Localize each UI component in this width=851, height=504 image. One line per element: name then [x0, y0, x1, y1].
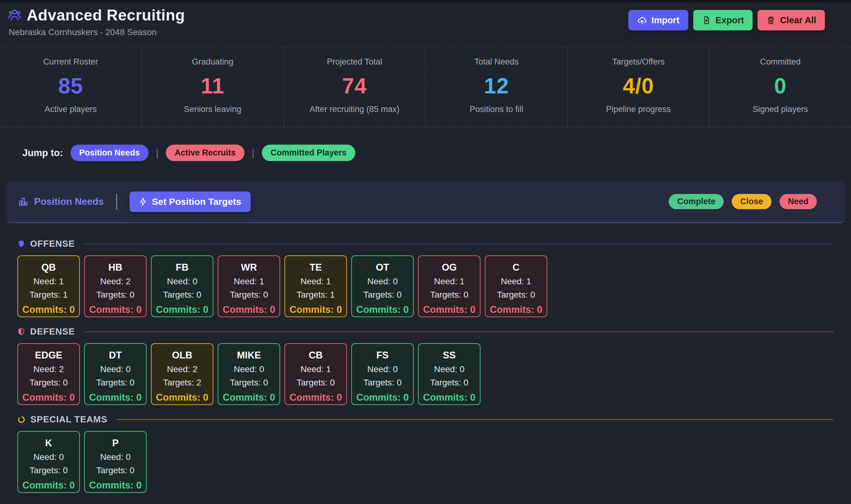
position-need: Need: 0 — [233, 364, 264, 374]
stat-sub: Signed players — [710, 105, 851, 114]
position-card-wr[interactable]: WR Need: 1 Targets: 0 Commits: 0 — [218, 255, 280, 317]
position-targets: Targets: 0 — [497, 290, 535, 300]
set-position-targets-label: Set Position Targets — [152, 196, 241, 207]
position-card-mike[interactable]: MIKE Need: 0 Targets: 0 Commits: 0 — [218, 343, 280, 405]
position-card-hb[interactable]: HB Need: 2 Targets: 0 Commits: 0 — [84, 255, 146, 317]
jump-to-label: Jump to: — [22, 147, 63, 159]
bolt-icon — [139, 197, 147, 206]
stat-targets-offers: Targets/Offers 4/0 Pipeline progress — [567, 47, 709, 127]
position-commits: Commits: 0 — [223, 304, 275, 315]
cloud-upload-icon — [637, 15, 647, 25]
position-targets: Targets: 0 — [30, 466, 68, 475]
jump-link-active-recruits[interactable]: Active Recruits — [166, 145, 244, 161]
position-card-c[interactable]: C Need: 1 Targets: 0 Commits: 0 — [485, 255, 547, 317]
section-header-offense: OFFENSE — [17, 239, 834, 249]
position-card-p[interactable]: P Need: 0 Targets: 0 Commits: 0 — [84, 431, 146, 493]
export-label: Export — [716, 15, 744, 25]
special-teams-cards: K Need: 0 Targets: 0 Commits: 0 P Need: … — [17, 431, 834, 493]
position-card-olb[interactable]: OLB Need: 2 Targets: 2 Commits: 0 — [151, 343, 213, 405]
ring-icon — [17, 416, 25, 424]
position-commits: Commits: 0 — [356, 304, 409, 315]
jump-link-position-needs[interactable]: Position Needs — [70, 145, 149, 161]
import-button[interactable]: Import — [628, 10, 688, 31]
position-commits: Commits: 0 — [290, 392, 342, 403]
position-need: Need: 2 — [100, 276, 131, 286]
section-divider — [84, 244, 834, 244]
position-card-edge[interactable]: EDGE Need: 2 Targets: 0 Commits: 0 — [17, 343, 80, 405]
header-actions: Import Export Clear All — [628, 10, 825, 31]
position-need: Need: 1 — [33, 276, 64, 286]
stat-projected-total: Projected Total 74 After recruiting (85 … — [283, 47, 425, 127]
position-name: DT — [109, 350, 122, 361]
page-header: Advanced Recruiting Nebraska Cornhuskers… — [0, 2, 851, 37]
position-need: Need: 1 — [300, 364, 331, 374]
position-targets: Targets: 0 — [96, 466, 135, 475]
position-commits: Commits: 0 — [423, 304, 475, 315]
position-commits: Commits: 0 — [490, 304, 542, 315]
set-position-targets-button[interactable]: Set Position Targets — [129, 192, 250, 212]
position-commits: Commits: 0 — [89, 480, 142, 491]
position-card-dt[interactable]: DT Need: 0 Targets: 0 Commits: 0 — [84, 343, 146, 405]
position-name: C — [513, 262, 519, 273]
position-need: Need: 1 — [501, 276, 531, 286]
position-card-ss[interactable]: SS Need: 0 Targets: 0 Commits: 0 — [418, 343, 481, 405]
position-card-te[interactable]: TE Need: 1 Targets: 1 Commits: 0 — [284, 255, 347, 317]
clear-all-button[interactable]: Clear All — [758, 10, 825, 31]
bar-chart-icon — [18, 196, 29, 207]
position-targets: Targets: 0 — [30, 378, 68, 388]
position-need: Need: 0 — [33, 452, 64, 462]
users-icon — [7, 8, 22, 22]
position-commits: Commits: 0 — [22, 392, 75, 403]
position-targets: Targets: 0 — [297, 378, 335, 388]
position-card-fs[interactable]: FS Need: 0 Targets: 0 Commits: 0 — [351, 343, 414, 405]
position-targets: Targets: 0 — [430, 290, 468, 300]
position-name: CB — [309, 350, 323, 361]
position-targets: Targets: 0 — [96, 290, 135, 300]
section-divider — [117, 419, 834, 420]
position-need: Need: 1 — [233, 276, 264, 286]
stat-label: Total Needs — [426, 57, 567, 67]
position-card-og[interactable]: OG Need: 1 Targets: 0 Commits: 0 — [418, 255, 481, 317]
legend-need: Need — [780, 194, 817, 209]
position-commits: Commits: 0 — [423, 392, 475, 403]
stat-sub: Pipeline progress — [568, 105, 709, 114]
position-commits: Commits: 0 — [22, 480, 75, 491]
stat-total-needs: Total Needs 12 Positions to fill — [425, 47, 567, 127]
position-commits: Commits: 0 — [356, 392, 409, 403]
position-name: FB — [176, 262, 189, 273]
position-need: Need: 0 — [167, 276, 197, 286]
section-name: DEFENSE — [30, 326, 75, 337]
stat-sub: After recruiting (85 max) — [284, 105, 425, 114]
legend-close: Close — [732, 194, 771, 209]
stat-label: Committed — [710, 57, 851, 67]
stat-label: Graduating — [142, 57, 283, 67]
position-name: WR — [241, 262, 257, 273]
position-card-cb[interactable]: CB Need: 1 Targets: 0 Commits: 0 — [284, 343, 347, 405]
position-name: QB — [41, 262, 56, 273]
position-name: OT — [376, 262, 389, 273]
position-targets: Targets: 0 — [163, 290, 201, 300]
stat-value: 74 — [284, 74, 425, 98]
position-targets: Targets: 0 — [363, 378, 402, 388]
export-button[interactable]: Export — [693, 10, 753, 31]
position-commits: Commits: 0 — [22, 304, 75, 315]
position-need: Need: 0 — [100, 452, 131, 462]
position-name: HB — [108, 262, 122, 273]
position-card-qb[interactable]: QB Need: 1 Targets: 1 Commits: 0 — [17, 255, 80, 317]
position-need: Need: 0 — [100, 364, 131, 374]
position-card-k[interactable]: K Need: 0 Targets: 0 Commits: 0 — [17, 431, 80, 493]
position-targets: Targets: 2 — [163, 378, 201, 388]
position-card-ot[interactable]: OT Need: 0 Targets: 0 Commits: 0 — [351, 255, 414, 317]
stat-value: 4/0 — [568, 74, 709, 98]
position-targets: Targets: 0 — [363, 290, 402, 300]
jump-link-committed-players[interactable]: Committed Players — [262, 145, 355, 161]
position-card-fb[interactable]: FB Need: 0 Targets: 0 Commits: 0 — [151, 255, 213, 317]
stat-value: 12 — [426, 74, 567, 98]
panel-title: Position Needs — [34, 196, 104, 207]
jump-to-row: Jump to: Position Needs | Active Recruit… — [0, 127, 851, 161]
page-title: Advanced Recruiting — [27, 6, 185, 24]
jump-separator: | — [156, 147, 158, 159]
position-name: OG — [442, 262, 456, 273]
position-commits: Commits: 0 — [156, 304, 208, 315]
position-targets: Targets: 0 — [430, 378, 468, 388]
